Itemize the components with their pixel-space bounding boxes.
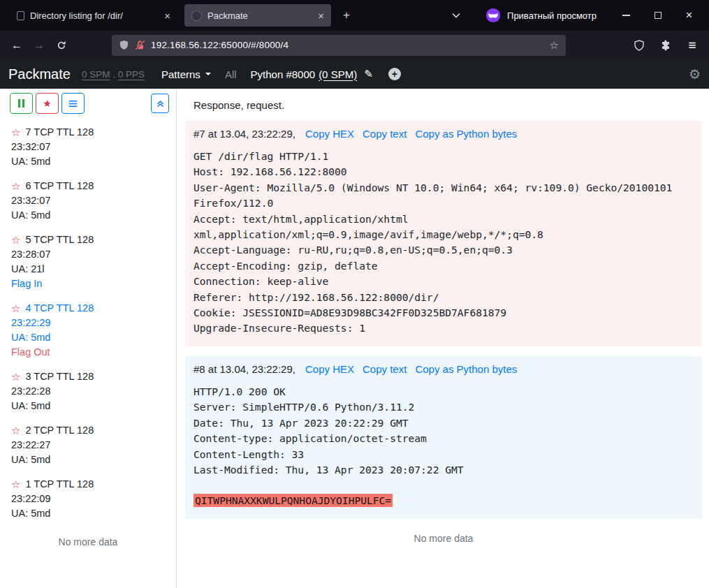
packet-time: 23:22:09	[11, 493, 169, 504]
star-icon: ★	[43, 98, 52, 109]
tab-bar: Directory listing for /dir/ × Packmate ×…	[0, 0, 709, 31]
packet-list-item[interactable]: ☆1 TCP TTL 128 23:22:09 UA: 5md	[11, 471, 169, 525]
favorite-star-icon[interactable]: ☆	[11, 181, 20, 191]
packet-card-header: #7 at 13.04, 23:22:29, Copy HEX Copy tex…	[193, 128, 694, 140]
pattern-match-highlight: QITWPHNAXXKWULPQNHOAJDYOIHPULFC=	[193, 494, 393, 507]
packet-time: 23:22:29	[11, 317, 169, 328]
packet-title: 3 TCP TTL 128	[25, 371, 94, 382]
page-body: ★ ☆7 TCP TTL 128 23:32:07 UA: 5md	[0, 89, 709, 588]
favorite-star-icon[interactable]: ☆	[11, 425, 20, 436]
copy-python-link[interactable]: Copy as Python bytes	[415, 128, 517, 140]
packet-list-item[interactable]: ☆3 TCP TTL 128 23:22:28 UA: 5md	[11, 364, 169, 418]
copy-python-link[interactable]: Copy as Python bytes	[415, 363, 517, 375]
packet-ua: UA: 5md	[11, 210, 169, 221]
edit-service-pencil-icon[interactable]: ✎	[364, 68, 373, 80]
response-packet-card: #8 at 13.04, 23:22:29, Copy HEX Copy tex…	[185, 356, 702, 519]
service-tab[interactable]: Python #8000 (0 SPM)	[251, 68, 358, 80]
packet-list: ☆7 TCP TTL 128 23:32:07 UA: 5md ☆6 TCP T…	[0, 119, 176, 525]
private-browsing-badge: Приватный просмотр	[485, 8, 597, 23]
add-service-button[interactable]: +	[388, 68, 401, 80]
window-controls: ×	[611, 0, 705, 31]
packet-ua: UA: 5md	[11, 400, 169, 411]
close-icon[interactable]: ×	[318, 10, 324, 22]
packet-list-item[interactable]: ☆6 TCP TTL 128 23:32:07 UA: 5md	[11, 173, 169, 227]
back-button[interactable]: ←	[6, 35, 28, 56]
copy-text-link[interactable]: Copy text	[363, 363, 407, 375]
url-bar[interactable]: 192.168.56.122:65000/#/8000/4 ☆	[112, 35, 566, 56]
maximize-button[interactable]	[642, 0, 673, 31]
packet-list-item-selected[interactable]: ☆4 TCP TTL 128 23:22:29 UA: 5md Flag Out	[11, 295, 169, 364]
packet-header-label: #7 at 13.04, 23:22:29,	[193, 128, 295, 140]
filter-all-link[interactable]: All	[225, 68, 237, 80]
protections-shield-icon[interactable]	[628, 35, 650, 56]
favorites-filter-button[interactable]: ★	[36, 93, 59, 114]
copy-hex-link[interactable]: Copy HEX	[305, 363, 354, 375]
favorite-star-icon[interactable]: ☆	[11, 127, 20, 138]
insecure-lock-icon[interactable]	[135, 40, 145, 50]
patterns-dropdown[interactable]: Patterns	[161, 68, 211, 80]
favorite-star-icon[interactable]: ☆	[11, 479, 20, 490]
copy-text-link[interactable]: Copy text	[363, 128, 407, 140]
packet-list-item[interactable]: ☆5 TCP TTL 128 23:28:07 UA: 21l Flag In	[11, 227, 169, 295]
sidebar-toolbar: ★	[10, 93, 170, 114]
payload-flag-line: QITWPHNAXXKWULPQNHOAJDYOIHPULFC=	[193, 493, 694, 508]
maximize-icon	[655, 12, 662, 19]
browser-window: Directory listing for /dir/ × Packmate ×…	[0, 0, 709, 588]
packet-title: 4 TCP TTL 128	[25, 302, 94, 314]
menu-icon[interactable]: ≡	[681, 35, 703, 56]
pause-icon	[18, 99, 24, 108]
extensions-puzzle-icon[interactable]	[655, 35, 677, 56]
new-tab-button[interactable]: +	[337, 6, 356, 25]
packet-title: 5 TCP TTL 128	[25, 234, 94, 245]
url-input[interactable]: 192.168.56.122:65000/#/8000/4	[151, 40, 544, 50]
service-stat: (0 SPM)	[319, 68, 357, 80]
packet-title: 1 TCP TTL 128	[25, 478, 94, 490]
minimize-icon	[622, 15, 630, 16]
request-packet-card: #7 at 13.04, 23:22:29, Copy HEX Copy tex…	[185, 121, 702, 346]
flag-in-link[interactable]: Flag In	[11, 278, 169, 289]
stats-separator: ,	[110, 69, 117, 80]
no-more-data-label: No more data	[0, 536, 176, 547]
list-tabs-chevron-icon[interactable]	[447, 6, 465, 24]
packet-time: 23:22:27	[11, 439, 169, 450]
private-mask-icon	[485, 8, 501, 23]
list-view-button[interactable]	[61, 93, 85, 114]
stream-description: Response, request.	[193, 99, 702, 111]
patterns-label: Patterns	[161, 68, 200, 80]
navbar-right-icons: ≡	[628, 35, 703, 56]
double-chevron-up-icon	[156, 99, 165, 108]
flag-out-link[interactable]: Flag Out	[11, 346, 169, 358]
reload-icon	[57, 41, 66, 50]
reload-button[interactable]	[50, 35, 73, 56]
favorite-star-icon[interactable]: ☆	[11, 303, 20, 314]
tab-title: Packmate	[207, 10, 312, 21]
packmate-header: Packmate 0 SPM , 0 PPS Patterns All Pyth…	[0, 59, 709, 89]
tab-packmate[interactable]: Packmate ×	[184, 4, 331, 27]
settings-gear-icon[interactable]: ⚙	[689, 66, 701, 82]
favorite-star-icon[interactable]: ☆	[11, 372, 20, 382]
tracking-protection-shield-icon[interactable]	[119, 40, 129, 50]
window-close-button[interactable]: ×	[673, 0, 705, 31]
packet-ua: UA: 5md	[11, 332, 169, 343]
minimize-button[interactable]	[611, 0, 642, 31]
navigation-toolbar: ← → 192.168.56.122:65000/#/8000/4 ☆	[0, 31, 709, 59]
scroll-to-top-button[interactable]	[151, 94, 169, 113]
packet-list-sidebar: ★ ☆7 TCP TTL 128 23:32:07 UA: 5md	[0, 89, 177, 588]
copy-links: Copy HEX Copy text Copy as Python bytes	[305, 128, 517, 140]
close-icon[interactable]: ×	[164, 10, 170, 22]
packet-list-item[interactable]: ☆2 TCP TTL 128 23:22:27 UA: 5md	[11, 418, 169, 471]
no-more-data-label: No more data	[185, 533, 702, 544]
brand[interactable]: Packmate	[8, 66, 71, 82]
packet-list-item[interactable]: ☆7 TCP TTL 128 23:32:07 UA: 5md	[11, 119, 169, 173]
copy-links: Copy HEX Copy text Copy as Python bytes	[305, 363, 517, 375]
tab-title: Directory listing for /dir/	[30, 10, 159, 21]
pause-stream-button[interactable]	[10, 93, 33, 114]
favorite-star-icon[interactable]: ☆	[11, 235, 20, 245]
service-name: Python #8000	[251, 68, 316, 80]
packet-ua: UA: 5md	[11, 156, 169, 167]
bookmark-star-icon[interactable]: ☆	[550, 39, 559, 52]
copy-hex-link[interactable]: Copy HEX	[305, 128, 354, 140]
tab-directory-listing[interactable]: Directory listing for /dir/ ×	[10, 4, 177, 27]
forward-button[interactable]: →	[28, 35, 50, 56]
private-browsing-label: Приватный просмотр	[507, 10, 597, 21]
